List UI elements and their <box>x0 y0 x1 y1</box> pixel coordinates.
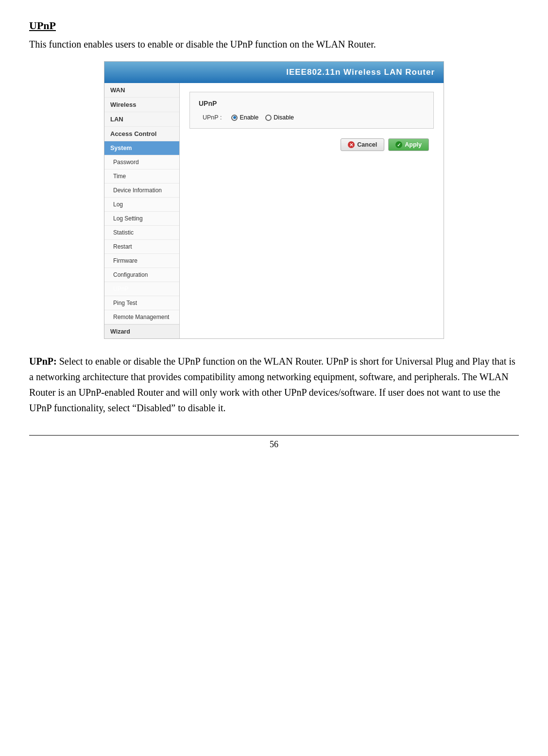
cancel-label: Cancel <box>357 141 377 148</box>
sidebar-item-system[interactable]: System <box>104 141 179 155</box>
sidebar-item-log[interactable]: Log <box>104 198 179 212</box>
sidebar-item-firmware[interactable]: Firmware <box>104 254 179 268</box>
router-screenshot: IEEE802.11n Wireless LAN Router WAN Wire… <box>104 61 444 339</box>
disable-radio[interactable] <box>265 115 272 121</box>
sidebar-item-device-information[interactable]: Device Information <box>104 184 179 198</box>
content-box-title: UPnP <box>199 100 425 107</box>
sidebar-item-password[interactable]: Password <box>104 155 179 169</box>
router-header: IEEE802.11n Wireless LAN Router <box>104 62 444 83</box>
sidebar-item-configuration[interactable]: Configuration <box>104 268 179 282</box>
description-text: UPnP: Select to enable or disable the UP… <box>29 353 519 416</box>
apply-button[interactable]: ✓ Apply <box>388 138 429 151</box>
cancel-icon: ✕ <box>348 141 355 148</box>
apply-label: Apply <box>405 141 422 148</box>
enable-option[interactable]: Enable <box>231 114 258 121</box>
disable-option[interactable]: Disable <box>265 114 294 121</box>
button-row: ✕ Cancel ✓ Apply <box>189 138 434 151</box>
sidebar-item-wireless[interactable]: Wireless <box>104 98 179 112</box>
description-body: Select to enable or disable the UPnP fun… <box>29 356 515 413</box>
sidebar-item-wan[interactable]: WAN <box>104 83 179 98</box>
page-title: UPnP <box>29 19 519 32</box>
router-sidebar: WAN Wireless LAN Access Control System P… <box>104 83 180 338</box>
sidebar-item-time[interactable]: Time <box>104 169 179 184</box>
upnp-field-label: UPnP : <box>203 114 222 121</box>
intro-text: This function enables users to enable or… <box>29 37 519 51</box>
sidebar-item-access-control[interactable]: Access Control <box>104 127 179 141</box>
sidebar-item-log-setting[interactable]: Log Setting <box>104 212 179 226</box>
sidebar-item-statistic[interactable]: Statistic <box>104 226 179 240</box>
sidebar-item-restart[interactable]: Restart <box>104 240 179 254</box>
apply-icon: ✓ <box>395 141 402 148</box>
sidebar-item-remote-management[interactable]: Remote Management <box>104 310 179 324</box>
cancel-button[interactable]: ✕ Cancel <box>341 138 384 151</box>
sidebar-item-upnp[interactable]: UPnP <box>104 282 179 296</box>
upnp-radio-group: Enable Disable <box>231 114 294 121</box>
description-term: UPnP: <box>29 356 57 367</box>
sidebar-item-ping-test[interactable]: Ping Test <box>104 296 179 310</box>
page-number: 56 <box>29 435 519 450</box>
disable-label: Disable <box>274 114 294 121</box>
sidebar-item-lan[interactable]: LAN <box>104 112 179 127</box>
enable-radio[interactable] <box>231 115 238 121</box>
enable-label: Enable <box>240 114 258 121</box>
upnp-content-box: UPnP UPnP : Enable Disable <box>189 92 434 129</box>
main-content: UPnP UPnP : Enable Disable <box>180 83 444 338</box>
sidebar-item-wizard[interactable]: Wizard <box>104 324 179 338</box>
